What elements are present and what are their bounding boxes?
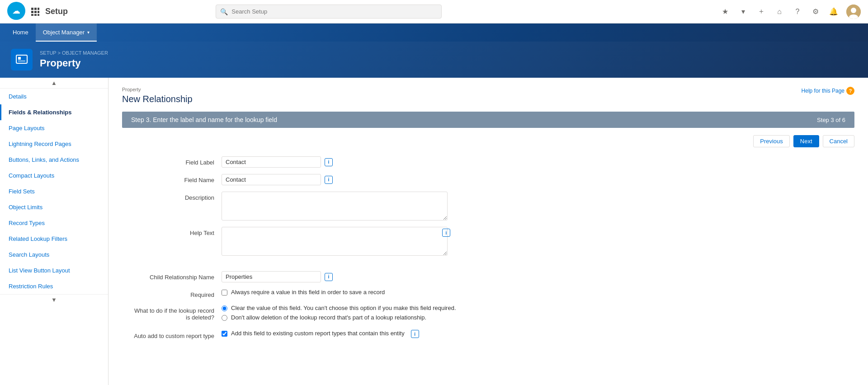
field-name-wrap: i (222, 174, 457, 185)
content-title-section: Property New Relationship (122, 87, 193, 104)
svg-rect-2 (31, 8, 33, 10)
nav-right-icons: ★ ▾ ＋ ⌂ ? ⚙ 🔔 (720, 5, 861, 19)
content-breadcrumb: Property (122, 87, 193, 92)
breadcrumb-obj-manager[interactable]: OBJECT MANAGER (62, 50, 108, 56)
sidebar-item-restriction-rules[interactable]: Restriction Rules (0, 278, 108, 294)
child-rel-name-row: Child Relationship Name i (131, 271, 845, 282)
lookup-delete-option-clear-label: Clear the value of this field. You can't… (231, 305, 456, 311)
sidebar-item-field-sets-label: Field Sets (9, 188, 35, 195)
breadcrumb-sep: > (58, 50, 62, 56)
form-section: Field Label i Field Name i Des (122, 156, 854, 341)
description-textarea[interactable] (222, 192, 448, 221)
sidebar: ▲ Details Fields & Relationships Page La… (0, 78, 108, 385)
field-name-info-icon[interactable]: i (325, 176, 333, 184)
svg-rect-7 (38, 11, 39, 13)
step-bar: Step 3. Enter the label and name for the… (122, 112, 854, 128)
auto-add-option: Add this field to existing custom report… (222, 330, 419, 338)
sidebar-item-search-layouts[interactable]: Search Layouts (0, 247, 108, 263)
lookup-delete-option-no-delete-label: Don't allow deletion of the lookup recor… (231, 314, 426, 321)
sidebar-item-page-layouts[interactable]: Page Layouts (0, 120, 108, 136)
description-label: Description (131, 192, 222, 201)
sidebar-item-list-view-button-layout-label: List View Button Layout (9, 267, 70, 274)
sidebar-item-related-lookup-filters-label: Related Lookup Filters (9, 235, 67, 242)
field-label-label: Field Label (131, 156, 222, 166)
svg-rect-8 (31, 14, 33, 16)
avatar[interactable] (846, 5, 861, 19)
tab-bar: Home Object Manager ▾ (0, 23, 868, 42)
bell-icon[interactable]: 🔔 (828, 6, 839, 17)
lookup-delete-row: What to do if the lookup record is delet… (131, 305, 845, 324)
top-nav: ☁ Setup 🔍 ★ ▾ ＋ ⌂ ? ⚙ 🔔 (0, 0, 868, 23)
tab-object-manager[interactable]: Object Manager ▾ (36, 23, 97, 42)
tab-object-manager-chevron: ▾ (87, 30, 90, 35)
svg-point-12 (851, 8, 856, 13)
next-button[interactable]: Next (793, 135, 819, 147)
lookup-delete-option-clear: Clear the value of this field. You can't… (222, 305, 456, 311)
lookup-delete-radio-no-delete[interactable] (222, 315, 227, 321)
sidebar-item-record-types[interactable]: Record Types (0, 215, 108, 231)
field-label-info-icon[interactable]: i (325, 158, 333, 166)
auto-add-option-label: Add this field to existing custom report… (231, 330, 405, 337)
svg-rect-16 (18, 61, 25, 61)
svg-rect-15 (18, 57, 21, 60)
svg-rect-14 (16, 55, 27, 63)
search-input[interactable] (216, 5, 442, 19)
sidebar-item-field-sets[interactable]: Field Sets (0, 183, 108, 199)
help-text-info-icon[interactable]: i (442, 229, 450, 237)
breadcrumb-setup[interactable]: SETUP (40, 50, 56, 56)
lookup-delete-radio-clear[interactable] (222, 305, 227, 311)
child-rel-name-input[interactable] (222, 271, 321, 282)
help-icon: ? (846, 87, 854, 95)
sidebar-item-object-limits[interactable]: Object Limits (0, 199, 108, 215)
previous-button[interactable]: Previous (753, 135, 790, 147)
header-title: Property (40, 57, 108, 69)
action-row: Previous Next Cancel (122, 135, 854, 147)
field-label-input[interactable] (222, 156, 321, 168)
required-wrap: Always require a value in this field in … (222, 289, 457, 298)
svg-rect-4 (38, 8, 39, 10)
sidebar-item-lightning-record-pages-label: Lightning Record Pages (9, 141, 71, 147)
add-icon[interactable]: ＋ (756, 6, 767, 17)
auto-add-info-icon[interactable]: i (411, 330, 419, 338)
settings-icon[interactable]: ⚙ (810, 6, 821, 17)
field-name-label: Field Name (131, 174, 222, 183)
svg-rect-3 (34, 8, 37, 10)
auto-add-checkbox[interactable] (222, 331, 227, 337)
dropdown-icon[interactable]: ▾ (738, 6, 749, 17)
star-icon[interactable]: ★ (720, 6, 731, 17)
help-text-textarea[interactable] (222, 227, 448, 256)
sidebar-scroll-up[interactable]: ▲ (0, 78, 108, 89)
salesforce-logo[interactable]: ☁ (7, 2, 25, 21)
app-launcher-icon[interactable] (29, 5, 42, 18)
sidebar-item-lightning-record-pages[interactable]: Lightning Record Pages (0, 136, 108, 152)
sidebar-item-compact-layouts[interactable]: Compact Layouts (0, 168, 108, 183)
required-checkbox[interactable] (222, 290, 227, 296)
svg-text:☁: ☁ (12, 6, 20, 15)
help-link[interactable]: Help for this Page ? (802, 87, 854, 95)
sidebar-item-list-view-button-layout[interactable]: List View Button Layout (0, 263, 108, 278)
help-text-label: Help Text (131, 227, 222, 236)
tab-home[interactable]: Home (5, 23, 36, 42)
sidebar-scroll-down[interactable]: ▼ (0, 294, 108, 305)
content-header: Property New Relationship Help for this … (122, 87, 854, 104)
tab-object-manager-label: Object Manager (43, 29, 85, 36)
main-layout: ▲ Details Fields & Relationships Page La… (0, 78, 868, 385)
sidebar-item-related-lookup-filters[interactable]: Related Lookup Filters (0, 231, 108, 247)
help-text-row: Help Text i (131, 227, 845, 256)
help-icon[interactable]: ? (792, 6, 803, 17)
step-number: Step 3 of 6 (817, 117, 845, 123)
lookup-delete-radio-group: Clear the value of this field. You can't… (222, 305, 456, 324)
lookup-delete-label: What to do if the lookup record is delet… (131, 305, 222, 321)
sidebar-item-fields-relationships[interactable]: Fields & Relationships (0, 104, 108, 120)
child-rel-name-info-icon[interactable]: i (325, 273, 333, 281)
child-rel-name-label: Child Relationship Name (131, 271, 222, 281)
sidebar-item-details[interactable]: Details (0, 89, 108, 104)
field-name-input[interactable] (222, 174, 321, 185)
sidebar-item-buttons-links-actions[interactable]: Buttons, Links, and Actions (0, 152, 108, 168)
help-text-wrap: i (222, 227, 457, 256)
content-title: New Relationship (122, 94, 193, 104)
svg-rect-5 (31, 11, 33, 13)
home-icon[interactable]: ⌂ (774, 6, 785, 17)
content-area: Property New Relationship Help for this … (108, 78, 868, 385)
cancel-button[interactable]: Cancel (823, 135, 854, 147)
